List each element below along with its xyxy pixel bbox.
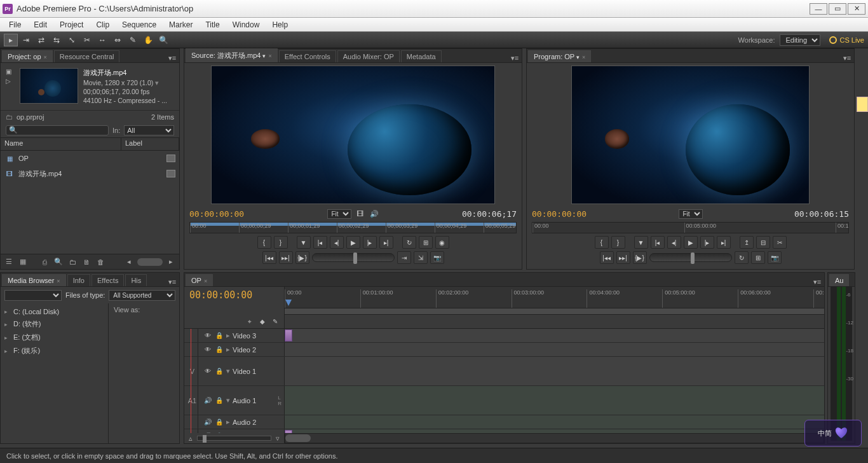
overwrite-button[interactable]: ⇲	[414, 251, 428, 264]
set-marker-button[interactable]: ▼	[634, 236, 648, 249]
timeline-current-tc[interactable]: 00:00:00:00	[184, 287, 285, 315]
play-in-to-out-button[interactable]: {▶}	[633, 251, 647, 264]
menu-edit[interactable]: Edit	[27, 19, 53, 31]
ripple-edit-tool[interactable]: ⇄	[34, 34, 48, 46]
selection-tool[interactable]: ▸	[4, 34, 18, 46]
eye-icon[interactable]: 👁	[203, 346, 212, 353]
menu-marker[interactable]: Marker	[163, 19, 199, 31]
set-out-button[interactable]: }	[611, 236, 625, 249]
tab-metadata[interactable]: Metadata	[401, 50, 442, 62]
slip-tool[interactable]: ↔	[95, 34, 109, 46]
scrollbar[interactable]	[137, 258, 163, 266]
go-prev-marker-button[interactable]: |◂◂	[262, 251, 276, 264]
export-frame-button[interactable]: 📷	[768, 251, 782, 264]
step-fwd-button[interactable]: |▸	[700, 236, 714, 249]
source-current-tc[interactable]: 00:00:00:00	[189, 209, 244, 219]
source-video-display[interactable]	[211, 66, 495, 204]
search-in-select[interactable]: All	[124, 125, 174, 135]
menu-sequence[interactable]: Sequence	[116, 19, 163, 31]
go-to-out-button[interactable]: ▸|	[379, 236, 393, 249]
go-to-in-button[interactable]: |◂	[651, 236, 665, 249]
razor-tool[interactable]: ✂	[80, 34, 94, 46]
clip-v3[interactable]	[285, 329, 292, 342]
go-prev-edit-button[interactable]: |◂◂	[600, 251, 614, 264]
play-preview-icon[interactable]: ▷	[6, 78, 15, 85]
speaker-icon[interactable]: 🔊	[203, 432, 212, 433]
track-video-1[interactable]: V👁🔒▾Video 1	[184, 357, 824, 386]
drive-e[interactable]: ▸E: (文档)	[3, 331, 105, 344]
timeline-playhead[interactable]	[191, 329, 191, 433]
list-view-icon[interactable]: ☰	[3, 257, 15, 267]
panel-menu-icon[interactable]: ▾≡	[168, 278, 179, 286]
drag-audio-icon[interactable]: 🔊	[369, 209, 379, 218]
automate-to-seq-icon[interactable]: ⎙	[39, 257, 50, 267]
snap-icon[interactable]: ⌖	[245, 317, 255, 326]
lock-icon[interactable]: 🔒	[215, 368, 224, 375]
col-label[interactable]: Label	[121, 138, 179, 150]
rolling-edit-tool[interactable]: ⇆	[50, 34, 64, 46]
project-item-movie[interactable]: 🎞 游戏开场.mp4	[1, 166, 179, 181]
track-audio-2[interactable]: 🔊🔒▸Audio 2	[184, 415, 824, 429]
safe-margins-button[interactable]: ⊞	[419, 236, 433, 249]
menu-file[interactable]: File	[3, 19, 27, 31]
find-icon[interactable]: 🔍	[53, 257, 64, 267]
project-item-sequence[interactable]: ▦ OP	[1, 151, 179, 166]
tab-source[interactable]: Source: 游戏开场.mp4 ▾×	[186, 48, 278, 62]
rate-stretch-tool[interactable]: ⤡	[65, 34, 79, 46]
tab-info[interactable]: Info	[67, 274, 90, 286]
eye-icon[interactable]: 👁	[203, 332, 212, 339]
lock-icon[interactable]: 🔒	[215, 418, 224, 425]
set-marker-button[interactable]: ▼	[297, 236, 311, 249]
new-bin-icon[interactable]: 🗀	[67, 257, 78, 267]
safe-margins-button[interactable]: ⊞	[751, 251, 765, 264]
tab-program[interactable]: Program: OP ▾×	[528, 50, 591, 62]
speaker-icon[interactable]: 🔊	[203, 418, 212, 425]
hand-tool[interactable]: ✋	[141, 34, 155, 46]
step-back-button[interactable]: ◂|	[330, 236, 344, 249]
icon-view-icon[interactable]: ▦	[17, 257, 29, 267]
menu-window[interactable]: Window	[226, 19, 266, 31]
new-item-icon[interactable]: 🗎	[81, 257, 92, 267]
tab-history[interactable]: His	[125, 274, 147, 286]
workspace-select[interactable]: Editing	[780, 34, 820, 46]
menu-title[interactable]: Title	[199, 19, 226, 31]
source-zoom-select[interactable]: Fit	[327, 209, 351, 219]
lock-icon[interactable]: 🔒	[215, 332, 224, 339]
marker-icon[interactable]: ◆	[257, 317, 268, 326]
set-in-button[interactable]: {	[595, 236, 609, 249]
speaker-icon[interactable]: 🔊	[203, 397, 212, 404]
panel-menu-icon[interactable]: ▾≡	[510, 54, 522, 62]
set-out-button[interactable]: }	[274, 236, 288, 249]
zoom-in-icon[interactable]: ▿	[274, 434, 281, 442]
zoom-slider[interactable]	[197, 436, 271, 441]
play-in-to-out-button[interactable]: {▶}	[295, 251, 309, 264]
go-next-edit-button[interactable]: ▸▸|	[616, 251, 630, 264]
menu-project[interactable]: Project	[53, 19, 90, 31]
timeline-ruler[interactable]: 00:00 00:01:00:00 00:02:00:00 00:03:00:0…	[285, 287, 824, 315]
project-search-input[interactable]	[6, 125, 109, 135]
eye-icon[interactable]: 👁	[203, 368, 212, 375]
col-name[interactable]: Name	[1, 138, 121, 150]
play-button[interactable]: ▶	[346, 236, 360, 249]
lock-icon[interactable]: 🔒	[215, 397, 224, 404]
lift-button[interactable]: ↥	[740, 236, 754, 249]
scroll-left-icon[interactable]: ◂	[123, 257, 135, 267]
window-maximize-button[interactable]: ▭	[829, 3, 846, 15]
panel-menu-icon[interactable]: ▾≡	[843, 54, 854, 62]
track-audio-1[interactable]: A1🔊🔒▾Audio 1LR	[184, 386, 824, 415]
tab-audio-meter[interactable]: Au	[829, 274, 849, 286]
tab-effects[interactable]: Effects	[92, 274, 124, 286]
tab-project[interactable]: Project: op×	[2, 50, 53, 62]
go-to-out-button[interactable]: ▸|	[717, 236, 731, 249]
lock-icon[interactable]: 🔒	[215, 346, 224, 353]
drive-c[interactable]: ▸C: (Local Disk)	[3, 306, 105, 317]
timeline-hscroll[interactable]	[285, 433, 824, 443]
label-swatch[interactable]	[166, 170, 175, 177]
go-next-marker-button[interactable]: ▸▸|	[279, 251, 293, 264]
program-zoom-select[interactable]: Fit	[679, 209, 703, 219]
panel-menu-icon[interactable]: ▾≡	[168, 54, 179, 62]
trim-monitor-button[interactable]: ✂	[773, 236, 787, 249]
program-current-tc[interactable]: 00:00:00:00	[532, 209, 587, 219]
directory-select[interactable]	[4, 290, 62, 301]
delete-icon[interactable]: 🗑	[95, 257, 106, 267]
